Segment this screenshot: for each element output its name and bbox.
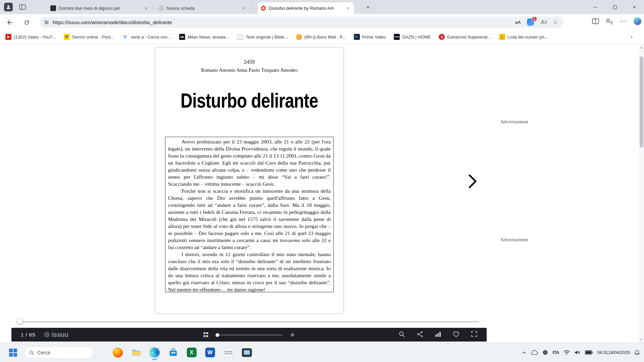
excel-icon[interactable]: X xyxy=(186,347,197,358)
libero-icon xyxy=(296,34,302,40)
url-text[interactable]: https://issuu.com/amoramode/docs/disturb… xyxy=(53,19,515,25)
like-heart-icon[interactable] xyxy=(453,331,460,339)
notifications-bell-icon[interactable] xyxy=(634,350,640,355)
network-globe-icon[interactable] xyxy=(542,350,548,355)
layout-icon xyxy=(19,4,26,10)
next-page-button[interactable] xyxy=(465,173,480,190)
notification-badge: 1 xyxy=(532,16,537,21)
split-screen-icon[interactable] xyxy=(592,18,599,24)
bookmark-libero-mail[interactable]: (99+)Libero Mail - P... xyxy=(296,34,346,40)
onedrive-cloud-icon[interactable] xyxy=(531,350,538,355)
address-bar[interactable]: https://issuu.com/amoramode/docs/disturb… xyxy=(40,16,564,28)
tab2-title: Nuova scheda xyxy=(167,6,238,11)
scrollbar-thumb[interactable] xyxy=(640,56,643,147)
page-scrubber-track[interactable] xyxy=(19,321,479,322)
bookmark-label: Milan News: testata... xyxy=(187,35,229,40)
bookmarks-overflow-chevron-icon[interactable]: › xyxy=(631,34,633,40)
bookmark-prime-video[interactable]: Prime Video xyxy=(354,34,386,40)
settings-more-icon[interactable]: ··· xyxy=(620,18,627,24)
screenshot-tool-icon[interactable] xyxy=(241,347,253,358)
maximize-button[interactable] xyxy=(605,0,625,14)
tab1-favicon xyxy=(50,5,56,11)
system-tray: ITA 04:31 18/04/2025 xyxy=(522,350,640,355)
time-text: 04:31 xyxy=(597,350,608,355)
page-scrubber-knob[interactable] xyxy=(17,318,23,324)
favorites-icon[interactable] xyxy=(606,18,613,24)
page-indicator: 1 / 65 xyxy=(21,332,36,338)
edge-icon[interactable] xyxy=(149,347,160,358)
bookmark-milan-news[interactable]: MN Milan News: testata... xyxy=(179,34,229,40)
clock[interactable]: 04:31 18/04/2025 xyxy=(597,350,630,355)
issuu-logo-text: issuu xyxy=(52,331,68,339)
taskbar-search[interactable]: Cerca xyxy=(24,346,93,359)
read-aloud-icon[interactable] xyxy=(540,19,547,25)
tab3-close-icon[interactable]: × xyxy=(345,5,352,12)
scroll-up-icon[interactable]: ▲ xyxy=(639,45,644,50)
zoom-in-icon[interactable]: + xyxy=(290,331,295,338)
date-text: 18/04/2025 xyxy=(608,350,630,355)
document-title: Disturbo delirante xyxy=(155,88,343,112)
ads-column: Advertisement Advertisement xyxy=(500,44,629,343)
tab1-close-icon[interactable]: × xyxy=(143,5,150,12)
copilot-icon[interactable] xyxy=(634,17,641,25)
microsoft-store-icon[interactable] xyxy=(167,347,179,358)
refresh-button[interactable] xyxy=(22,18,31,27)
scroll-down-icon[interactable]: ▼ xyxy=(639,337,644,342)
tab-separator xyxy=(251,5,252,11)
active-app-indicator xyxy=(152,359,157,360)
google-icon: G xyxy=(122,34,128,40)
start-button[interactable] xyxy=(7,347,19,358)
bookmark-label: (99+)Libero Mail - P... xyxy=(304,35,346,40)
tab-1[interactable]: Domani due mesi di digiuno per × xyxy=(47,2,152,14)
share-icon[interactable] xyxy=(417,331,423,339)
battery-icon[interactable] xyxy=(585,350,593,355)
search-icon[interactable] xyxy=(398,331,405,339)
fullscreen-icon[interactable] xyxy=(471,331,477,339)
tab2-favicon xyxy=(158,5,164,11)
volume-icon[interactable] xyxy=(574,350,581,355)
add-favorite-star-icon[interactable]: ☆ xyxy=(553,19,558,26)
bookmark-label: Testi originali | Bibbi... xyxy=(246,35,288,40)
language-indicator[interactable]: ITA xyxy=(552,350,559,355)
back-arrow-icon xyxy=(6,19,13,26)
ad-label-2: Advertisement xyxy=(500,237,528,243)
bookmark-numeri-primi[interactable]: 1 Lista dei numeri pri... xyxy=(499,34,548,40)
document-code: 2459 xyxy=(155,59,343,65)
translate-icon[interactable]: aA xyxy=(515,20,521,25)
workspaces-icon[interactable] xyxy=(18,3,27,11)
profile-avatar-icon[interactable] xyxy=(4,3,13,11)
file-explorer-icon[interactable] xyxy=(130,347,142,358)
tab2-close-icon[interactable]: × xyxy=(240,5,247,12)
tab-3-active[interactable]: Disturbo delirante by Romano Am × xyxy=(258,2,354,14)
paragraph-3: I dottori, avendo in 12 giorni controlla… xyxy=(168,251,331,292)
minimize-button[interactable] xyxy=(586,0,605,14)
tray-chevron-up-icon[interactable] xyxy=(522,350,527,355)
firefox-icon[interactable] xyxy=(112,347,123,358)
grid-view-icon[interactable] xyxy=(203,332,208,337)
zoom-slider-knob[interactable] xyxy=(216,333,219,337)
browser-scrollbar[interactable]: ▲ ▼ xyxy=(639,44,644,343)
new-tab-button[interactable]: + xyxy=(364,3,372,12)
calculator-icon[interactable] xyxy=(223,347,234,358)
bookmark-testi[interactable]: Testi originali | Bibbi... xyxy=(237,34,288,40)
word-icon[interactable]: W xyxy=(204,347,216,358)
chevron-right-icon xyxy=(468,174,477,189)
bookmark-youtube[interactable]: (1352) Video - YouT... xyxy=(5,34,56,40)
site-info-icon[interactable] xyxy=(44,19,49,25)
zoom-slider[interactable] xyxy=(216,333,283,337)
wifi-icon[interactable] xyxy=(564,350,570,355)
tab-2[interactable]: Nuova scheda × xyxy=(155,2,250,14)
prime-video-icon xyxy=(354,34,360,40)
bookmark-google-search[interactable]: G serie a - Cerca con... xyxy=(122,34,171,40)
stats-icon[interactable] xyxy=(435,331,441,339)
bookmark-superenalotto[interactable]: S Estrazioni Superenal... xyxy=(439,34,491,40)
paragraph-1: Avevo profetizzato per il 23 maggio 2003… xyxy=(168,138,331,187)
bookmark-dazn[interactable]: DAZN DAZN | HOME xyxy=(394,34,431,40)
close-button[interactable]: × xyxy=(625,0,644,14)
browser-essentials-icon[interactable]: 1 xyxy=(527,18,534,26)
back-button[interactable] xyxy=(5,18,14,27)
bookmark-poste[interactable]: P Servizi online - Post... xyxy=(64,34,114,40)
youtube-icon xyxy=(5,34,11,40)
bookmark-label: serie a - Cerca con... xyxy=(131,35,171,40)
issuu-logo[interactable]: issuu xyxy=(44,331,68,339)
